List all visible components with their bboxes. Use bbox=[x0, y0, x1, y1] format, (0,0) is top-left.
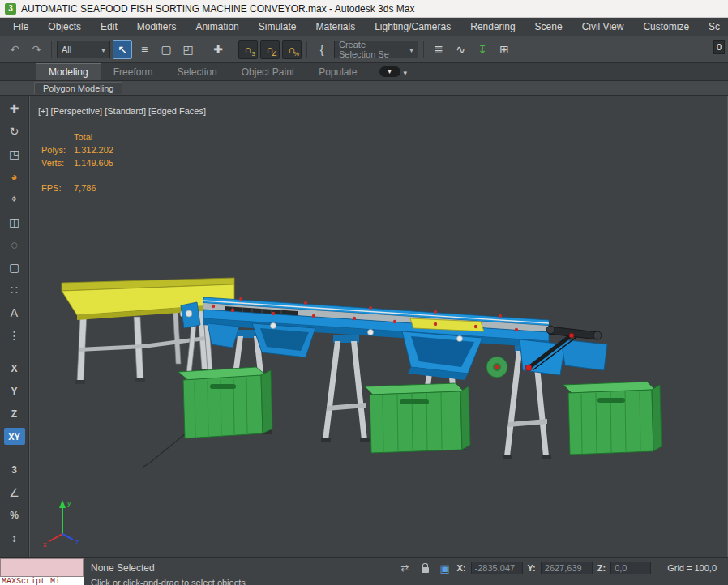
stats-polys-value: 1.312.202 bbox=[74, 143, 113, 156]
constraint-y-button[interactable]: Y bbox=[4, 382, 25, 399]
selection-filter-dropdown[interactable]: All ▾ bbox=[57, 41, 110, 58]
percent-snap-toggle-button[interactable]: ∩ % bbox=[282, 40, 302, 59]
window-crossing-toggle[interactable]: ◰ bbox=[178, 40, 198, 59]
spacing-tool-button[interactable]: ⋮ bbox=[4, 327, 25, 344]
menu-item-scene[interactable]: Scene bbox=[525, 18, 572, 36]
green-crate-left[interactable] bbox=[178, 367, 272, 438]
transform-gizmo-icon[interactable]: ⇄ bbox=[398, 562, 413, 574]
selection-lock-toggle[interactable] bbox=[422, 567, 429, 573]
scene-canvas[interactable]: y x z bbox=[30, 96, 728, 557]
constraint-z-button[interactable]: Z bbox=[4, 405, 25, 422]
select-and-rotate-button[interactable]: ↻ bbox=[4, 122, 25, 139]
toolbar-separator bbox=[423, 41, 424, 58]
select-and-place-button[interactable]: ◕ bbox=[4, 168, 25, 185]
clipped-spinner-field[interactable]: 0 bbox=[713, 40, 725, 54]
3dsmax-logo-icon: 3 bbox=[5, 3, 16, 15]
3dsmax-window: 3 AUTOMATIC SEAFOOD FISH SORTING MACHINE… bbox=[0, 0, 728, 585]
absolute-offset-toggle[interactable]: ▣ bbox=[438, 562, 452, 574]
tab-selection[interactable]: Selection bbox=[165, 64, 229, 80]
redo-button[interactable]: ↷ bbox=[27, 40, 46, 59]
stats-fps-value: 7,786 bbox=[74, 181, 96, 194]
scene-explorer-button[interactable]: ≣ bbox=[429, 40, 448, 59]
z-coordinate-field[interactable]: 0,0 bbox=[610, 562, 651, 574]
angle-snap-badge: ∠ bbox=[272, 50, 277, 58]
z-coordinate-label: Z: bbox=[597, 563, 606, 573]
menu-item-rendering[interactable]: Rendering bbox=[460, 18, 525, 36]
ribbon-toggle-button[interactable]: ↧ bbox=[473, 40, 492, 59]
menu-item-simulate[interactable]: Simulate bbox=[249, 18, 306, 36]
named-selection-set-value: Create Selection Se bbox=[339, 40, 405, 59]
stats-verts-label: Verts: bbox=[41, 156, 74, 169]
main-toolbar: ↶ ↷ All ▾ ↖ ≡ ▢ ◰ ✚ ∩ 3 ∩ ∠ ∩ % { Create… bbox=[0, 36, 728, 63]
schematic-view-button[interactable]: ⊞ bbox=[495, 40, 514, 59]
pivot-center-button[interactable]: ◫ bbox=[4, 213, 25, 230]
rect-region-button[interactable]: ▢ bbox=[4, 258, 25, 275]
grid-setting-text: Grid = 100,0 bbox=[667, 563, 717, 573]
discharge-chute-left[interactable] bbox=[252, 323, 315, 357]
stats-verts-value: 1.149.605 bbox=[74, 156, 113, 169]
curve-editor-button[interactable]: ∿ bbox=[451, 40, 470, 59]
constraint-x-button[interactable]: X bbox=[4, 360, 25, 377]
select-and-scale-button[interactable]: ◳ bbox=[4, 145, 25, 162]
snaps-toggle-button[interactable]: 3 bbox=[4, 461, 25, 478]
angle-snap-button[interactable]: ∠ bbox=[4, 484, 25, 501]
selection-status-text: None Selected bbox=[91, 562, 155, 574]
x-coordinate-label: X: bbox=[457, 563, 466, 573]
menu-item-modifiers[interactable]: Modifiers bbox=[127, 18, 186, 36]
percent-snap-button[interactable]: % bbox=[4, 506, 25, 523]
menu-item-civil-view[interactable]: Civil View bbox=[572, 18, 634, 36]
ribbon-tab-bar: Modeling Freeform Selection Object Paint… bbox=[0, 63, 728, 81]
conveyor-machine[interactable] bbox=[180, 297, 549, 348]
snap-3d-badge: 3 bbox=[252, 50, 255, 58]
selection-region-dropdown[interactable]: ▢ bbox=[156, 40, 176, 59]
prompt-text: Click or click-and-drag to select object… bbox=[84, 578, 728, 585]
menu-item-customize[interactable]: Customize bbox=[633, 18, 699, 36]
select-and-move-button[interactable]: ✚ bbox=[208, 40, 228, 59]
named-selection-set-dropdown[interactable]: Create Selection Se ▾ bbox=[334, 41, 418, 58]
tab-modeling[interactable]: Modeling bbox=[36, 63, 101, 80]
angle-snap-toggle-button[interactable]: ∩ ∠ bbox=[260, 40, 280, 59]
menu-item-animation[interactable]: Animation bbox=[186, 18, 248, 36]
green-crate-mid[interactable] bbox=[365, 383, 470, 453]
scene-wire[interactable] bbox=[143, 433, 186, 467]
constraint-xy-button[interactable]: XY bbox=[4, 428, 25, 445]
select-object-button[interactable]: ↖ bbox=[113, 40, 132, 59]
quick-align-button[interactable]: A bbox=[4, 304, 25, 321]
x-coordinate-field[interactable]: -2835,047 bbox=[471, 562, 523, 574]
tab-populate[interactable]: Populate bbox=[306, 64, 369, 80]
tab-freeform[interactable]: Freeform bbox=[101, 64, 165, 80]
snaps-toggle-button[interactable]: ∩ 3 bbox=[238, 40, 258, 59]
ribbon-options-button[interactable]: ▾ bbox=[379, 66, 400, 77]
tab-object-paint[interactable]: Object Paint bbox=[229, 64, 306, 80]
undo-button[interactable]: ↶ bbox=[5, 40, 24, 59]
viewport-statistics: Total Polys:1.312.202 Verts:1.149.605 FP… bbox=[41, 130, 113, 194]
stats-polys-label: Polys: bbox=[41, 143, 74, 156]
viewport-label[interactable]: [+] [Perspective] [Standard] [Edged Face… bbox=[38, 106, 206, 116]
menu-item-objects[interactable]: Objects bbox=[38, 18, 91, 36]
menu-bar: File Objects Edit Modifiers Animation Si… bbox=[0, 18, 728, 36]
maxscript-listener-pane[interactable]: MAXScript Mi bbox=[0, 577, 84, 585]
circular-region-button[interactable]: ◌ bbox=[4, 236, 25, 253]
tab-polygon-modeling[interactable]: Polygon Modeling bbox=[34, 82, 122, 94]
gearbox-motor[interactable] bbox=[486, 357, 507, 378]
perspective-viewport[interactable]: y x z [+] [Perspective] [Standard] [Edge… bbox=[29, 96, 728, 557]
title-bar: 3 AUTOMATIC SEAFOOD FISH SORTING MACHINE… bbox=[0, 0, 728, 18]
menu-item-edit[interactable]: Edit bbox=[91, 18, 127, 36]
spinner-snap-button[interactable]: ↕ bbox=[4, 529, 25, 546]
discharge-chute-mid[interactable] bbox=[402, 331, 482, 380]
select-by-name-button[interactable]: ≡ bbox=[135, 40, 154, 59]
select-and-manipulate-button[interactable]: ⌖ bbox=[4, 190, 25, 207]
menu-item-lighting-cameras[interactable]: Lighting/Cameras bbox=[365, 18, 460, 36]
menu-item-materials[interactable]: Materials bbox=[306, 18, 365, 36]
menu-item-file[interactable]: File bbox=[3, 18, 38, 36]
select-and-move-button[interactable]: ✚ bbox=[4, 100, 25, 117]
maxscript-mini-listener[interactable]: MAXScript Mi bbox=[0, 558, 84, 585]
green-crate-right[interactable] bbox=[563, 382, 662, 455]
ribbon-minimize-caret[interactable]: ▾ bbox=[404, 69, 408, 77]
axis-y-label: y bbox=[67, 499, 71, 507]
edit-selection-sets-button[interactable]: { bbox=[312, 40, 332, 59]
y-coordinate-field[interactable]: 2627,639 bbox=[541, 562, 593, 574]
maxscript-macro-pane[interactable] bbox=[0, 558, 84, 577]
grid-points-button[interactable]: ∷ bbox=[4, 281, 25, 298]
menu-item-scripting-clipped[interactable]: Sc bbox=[699, 18, 728, 36]
